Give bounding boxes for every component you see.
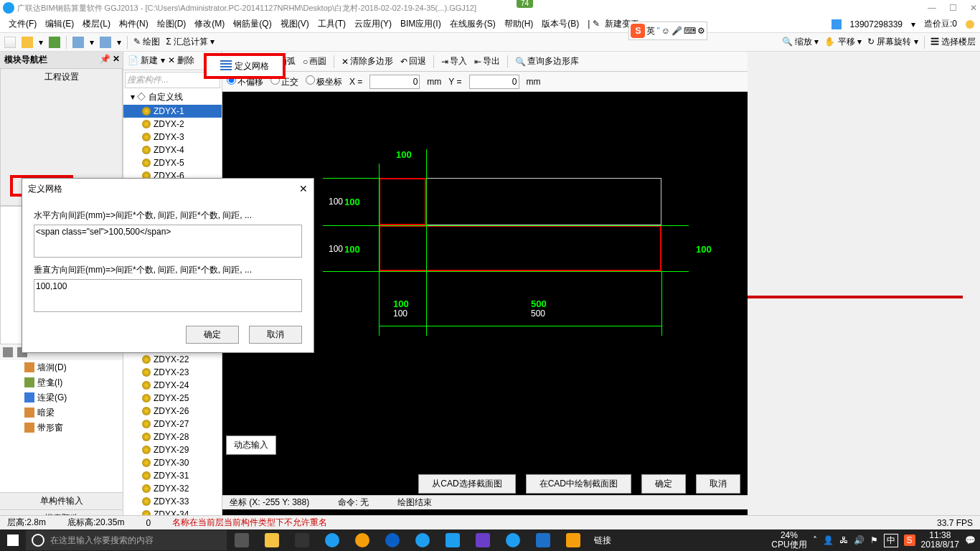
menu-modify[interactable]: 修改(M) xyxy=(192,17,227,32)
btn-cad-draw[interactable]: 在CAD中绘制截面图 xyxy=(526,474,631,494)
new-icon[interactable] xyxy=(4,37,16,48)
tree-node[interactable]: 暗梁 xyxy=(0,405,123,420)
tb-ie2[interactable] xyxy=(407,529,438,551)
clock[interactable]: 11:382018/8/17 xyxy=(921,531,959,550)
undo-icon[interactable] xyxy=(72,37,84,48)
v-spacing-input[interactable] xyxy=(34,279,302,312)
h-spacing-input[interactable]: <span class="sel">100,500</span> xyxy=(34,225,302,258)
tray-people-icon[interactable]: 👤 xyxy=(823,535,834,545)
ct-import[interactable]: ⇥导入 xyxy=(441,55,467,67)
radio-no-offset[interactable]: 不偏移 xyxy=(227,75,263,88)
menu-edit[interactable]: 编辑(E) xyxy=(42,17,77,32)
x-input[interactable] xyxy=(369,75,420,89)
tb-link[interactable]: 链接 xyxy=(588,534,617,547)
user-icon[interactable] xyxy=(831,19,842,29)
list-item[interactable]: ZDYX-27 xyxy=(123,418,222,430)
dialog-close-icon[interactable]: ✕ xyxy=(299,183,308,195)
ct-clear[interactable]: ✕清除多边形 xyxy=(341,55,393,67)
list-item[interactable]: ZDYX-33 xyxy=(123,495,222,508)
list-item[interactable]: ZDYX-30 xyxy=(123,456,222,469)
tb-edge[interactable] xyxy=(377,529,407,551)
tb-app3[interactable] xyxy=(468,529,498,551)
list-item[interactable]: ZDYX-26 xyxy=(123,405,222,418)
menu-floor[interactable]: 楼层(L) xyxy=(80,17,113,32)
list-item[interactable]: ZDYX-32 xyxy=(123,482,222,495)
ct-arc[interactable]: ◠画弧 xyxy=(270,55,296,67)
tray-vol-icon[interactable]: 🔊 xyxy=(854,535,864,545)
tb-app5[interactable] xyxy=(528,529,558,551)
tb-app1[interactable] xyxy=(287,529,317,551)
menu-tools[interactable]: 工具(T) xyxy=(315,17,349,32)
btn-ok[interactable]: 确定 xyxy=(641,474,686,494)
tb-draw[interactable]: 绘图 xyxy=(143,37,160,47)
nav-tree[interactable]: 墙洞(D)壁龛(I)连梁(G)暗梁带形窗桩承台(V)承台梁(V)桩(V)基础板带… xyxy=(0,360,123,492)
sogou-icon[interactable]: S xyxy=(631,24,645,38)
ct-line[interactable]: ／画直线 xyxy=(227,55,263,67)
list-item[interactable]: ZDYX-3 xyxy=(123,131,222,143)
minimize-icon[interactable]: — xyxy=(928,3,936,13)
mid-del[interactable]: 删除 xyxy=(177,55,194,65)
open-icon[interactable] xyxy=(22,37,33,48)
tb-taskview[interactable] xyxy=(227,529,257,551)
tb-sigma[interactable]: 汇总计算 xyxy=(174,37,208,47)
cpu-meter[interactable]: 24%CPU使用 xyxy=(771,531,806,550)
tb-app2[interactable] xyxy=(347,529,377,551)
menu-rebar[interactable]: 钢筋量(Q) xyxy=(230,17,274,32)
menu-view[interactable]: 视图(V) xyxy=(278,17,312,32)
tb-zoom[interactable]: 缩放 xyxy=(795,37,812,47)
list-item[interactable]: ZDYX-5 xyxy=(123,156,222,169)
radio-polar[interactable]: 极坐标 xyxy=(306,75,342,88)
y-input[interactable] xyxy=(469,75,519,89)
list-item[interactable]: ZDYX-23 xyxy=(123,366,222,379)
ime-toolbar[interactable]: S 英"☺🎤⌨⚙ xyxy=(628,22,707,40)
cmd-input[interactable]: 动态输入 xyxy=(226,435,276,455)
ct-export[interactable]: ⇤导出 xyxy=(474,55,500,67)
list-root[interactable]: ▾ ◇ 自定义线 xyxy=(123,90,222,105)
tb-floor[interactable]: 选择楼层 xyxy=(941,37,976,47)
btm-single[interactable]: 单构件输入 xyxy=(0,492,123,509)
menu-help[interactable]: 帮助(H) xyxy=(501,17,537,32)
tb-store[interactable] xyxy=(438,529,468,551)
tray-up-icon[interactable]: ˄ xyxy=(813,535,817,545)
list-item[interactable]: ZDYX-4 xyxy=(123,143,222,156)
tray-ime[interactable]: 中 xyxy=(884,534,898,547)
tray-net-icon[interactable]: 🖧 xyxy=(839,535,848,545)
save-icon[interactable] xyxy=(49,37,60,48)
menu-version[interactable]: 版本号(B) xyxy=(539,17,582,32)
list-item[interactable]: ZDYX-22 xyxy=(123,353,222,366)
tree-node[interactable]: 墙洞(D) xyxy=(0,360,123,375)
mini-icon[interactable] xyxy=(3,347,13,357)
search-input[interactable]: 搜索构件... xyxy=(125,72,220,88)
menu-draw[interactable]: 绘图(D) xyxy=(154,17,189,32)
redo-icon[interactable] xyxy=(100,37,111,48)
user-phone[interactable]: 13907298339 xyxy=(847,18,905,31)
list-item[interactable]: ZDYX-28 xyxy=(123,430,222,443)
list-item[interactable]: ZDYX-31 xyxy=(123,469,222,482)
ct-circle[interactable]: ○画圆 xyxy=(303,55,326,67)
ct-back[interactable]: ↶回退 xyxy=(400,55,426,67)
close-icon[interactable]: ✕ xyxy=(970,3,977,13)
tree-node[interactable]: 连梁(G) xyxy=(0,390,123,405)
radio-ortho[interactable]: 正交 xyxy=(270,75,298,88)
tray-notif-icon[interactable]: 💬 xyxy=(965,535,976,545)
ct-query[interactable]: 🔍查询多边形库 xyxy=(515,55,579,67)
tray-flag-icon[interactable]: ⚑ xyxy=(870,535,878,545)
maximize-icon[interactable]: ☐ xyxy=(949,3,957,13)
dialog-ok-button[interactable]: 确定 xyxy=(186,326,239,344)
mid-new[interactable]: 新建 xyxy=(141,55,158,65)
list-item[interactable]: ZDYX-1 xyxy=(123,105,222,118)
tree-node[interactable]: 壁龛(I) xyxy=(0,375,123,390)
taskbar-search[interactable]: 在这里输入你要搜索的内容 xyxy=(26,530,227,550)
list-item[interactable]: ZDYX-2 xyxy=(123,118,222,131)
btn-cad-select[interactable]: 从CAD选择截面图 xyxy=(418,474,515,494)
tb-app4[interactable] xyxy=(498,529,528,551)
tb-explorer[interactable] xyxy=(257,529,287,551)
tb-pan[interactable]: 平移 xyxy=(838,37,855,47)
tb-rotate[interactable]: 屏幕旋转 xyxy=(877,37,911,47)
menu-bim[interactable]: BIM应用(I) xyxy=(397,17,444,32)
list-item[interactable]: ZDYX-25 xyxy=(123,392,222,405)
list-item[interactable]: ZDYX-29 xyxy=(123,443,222,456)
tray-sogou[interactable]: S xyxy=(904,534,915,546)
start-button[interactable] xyxy=(0,529,26,551)
menu-online[interactable]: 在线服务(S) xyxy=(447,17,499,32)
